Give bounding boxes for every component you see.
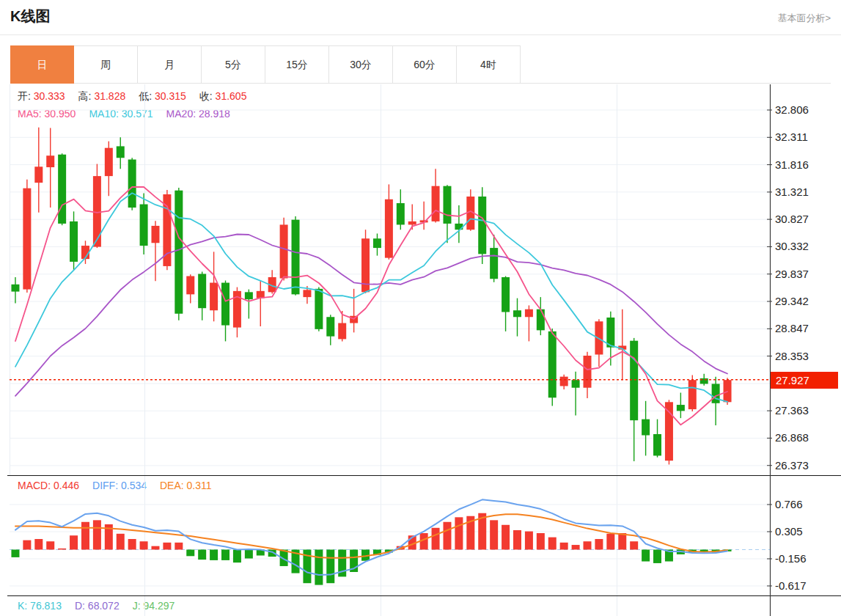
candle-down xyxy=(502,277,510,312)
candle-down xyxy=(373,238,381,248)
candle-up xyxy=(34,166,43,183)
candle-up xyxy=(105,148,113,176)
candle-down xyxy=(140,205,148,246)
macd-bar xyxy=(245,549,253,558)
ma-layer xyxy=(15,187,727,425)
macd-bar xyxy=(210,549,218,560)
macd-tick-label: 0.766 xyxy=(775,498,803,510)
candle-up xyxy=(408,221,416,225)
macd-bar xyxy=(525,532,533,550)
current-price-badge: 27.927 xyxy=(771,372,838,389)
macd-bar xyxy=(117,534,125,550)
macd-tick-label: -0.156 xyxy=(775,552,807,565)
candle-up xyxy=(688,380,697,409)
price-tick-label: 26.868 xyxy=(775,431,809,444)
price-tick-label: 28.847 xyxy=(775,322,809,334)
macd-bar xyxy=(560,543,568,550)
candle-down xyxy=(537,309,545,331)
candle-up xyxy=(210,283,218,311)
macd-bar xyxy=(537,533,545,549)
candle-down xyxy=(513,310,521,317)
candle-down xyxy=(198,274,206,308)
price-tick-label: 30.827 xyxy=(775,213,809,225)
macd-bar xyxy=(548,538,557,550)
macd-bar xyxy=(513,530,521,549)
macd-bar xyxy=(163,543,171,550)
price-tick-label: 28.353 xyxy=(775,350,809,362)
candle-down xyxy=(712,384,720,403)
candle-up xyxy=(665,402,673,461)
price-tick-label: 31.321 xyxy=(775,186,809,198)
price-tick-label: 29.837 xyxy=(775,268,809,280)
candle-down xyxy=(221,283,229,326)
candle-down xyxy=(128,160,136,208)
candle-down xyxy=(292,220,300,295)
candle-down xyxy=(326,317,334,336)
candle-up xyxy=(186,276,194,295)
macd-bar xyxy=(11,549,19,557)
candle-down xyxy=(677,405,685,411)
macd-bar xyxy=(233,549,241,562)
price-tick-label: 30.332 xyxy=(775,240,809,252)
candle-up xyxy=(280,224,288,278)
candles-layer xyxy=(11,128,731,465)
macd-bar xyxy=(70,535,78,549)
candle-up xyxy=(385,199,393,258)
macd-bar xyxy=(186,549,194,556)
candle-up xyxy=(46,155,54,167)
macd-bar xyxy=(618,533,626,549)
candle-down xyxy=(572,380,580,388)
macd-bar xyxy=(606,534,614,550)
macd-bar xyxy=(23,540,31,550)
candle-down xyxy=(548,331,557,397)
macd-layer xyxy=(10,499,770,584)
price-tick-label: 26.373 xyxy=(775,459,809,472)
candle-down xyxy=(58,155,66,224)
macd-bar xyxy=(93,520,101,549)
candle-down xyxy=(630,341,638,421)
macd-bar xyxy=(642,549,650,561)
candle-down xyxy=(245,292,253,299)
macd-bar xyxy=(490,520,498,549)
macd-bar xyxy=(653,549,661,562)
candle-down xyxy=(11,285,19,292)
macd-bar xyxy=(584,541,592,549)
candle-down xyxy=(175,191,183,314)
price-tick-label: 27.363 xyxy=(775,404,809,417)
candle-down xyxy=(642,419,650,436)
macd-bar xyxy=(81,522,89,550)
macd-bar xyxy=(46,541,54,549)
macd-bar xyxy=(502,525,510,550)
macd-bar xyxy=(455,517,463,549)
macd-bar xyxy=(443,522,451,550)
chart-canvas[interactable] xyxy=(0,0,841,616)
candle-down xyxy=(315,289,323,329)
macd-bar xyxy=(595,539,603,549)
candle-down xyxy=(397,203,405,224)
macd-bar xyxy=(140,541,148,549)
candle-down xyxy=(653,434,661,455)
macd-bar xyxy=(630,541,638,549)
macd-bar xyxy=(175,543,183,550)
macd-tick-label: -0.617 xyxy=(775,579,807,592)
macd-bar xyxy=(432,528,440,550)
macd-bar xyxy=(221,549,229,560)
price-tick-label: 32.311 xyxy=(775,131,808,143)
macd-bar xyxy=(58,549,66,550)
candle-down xyxy=(478,197,486,254)
price-tick-label: 31.816 xyxy=(775,158,809,171)
candle-up xyxy=(560,377,568,386)
candle-up xyxy=(23,188,31,290)
macd-bar xyxy=(572,545,580,549)
macd-bar xyxy=(326,549,334,583)
candle-down xyxy=(606,318,614,348)
candle-up xyxy=(338,323,346,340)
macd-bar xyxy=(34,539,43,549)
macd-tick-label: 0.305 xyxy=(775,525,803,538)
candle-up xyxy=(584,356,592,388)
candle-up xyxy=(151,226,159,243)
macd-bar xyxy=(315,549,323,584)
macd-bar xyxy=(151,546,159,550)
kline-page: K线图 基本面分析> 日周月5分15分30分60分4时 开: 30.333高: … xyxy=(0,0,841,616)
candle-up xyxy=(525,309,533,318)
